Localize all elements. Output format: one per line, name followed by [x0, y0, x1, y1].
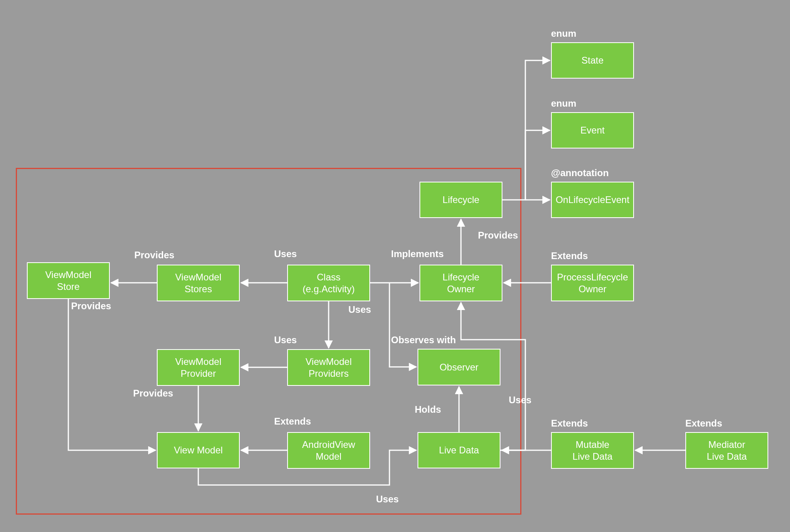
edge-label: Extends	[274, 416, 311, 427]
node-processOwner: ProcessLifecycleOwner	[551, 265, 634, 301]
node-lifecycle: Lifecycle	[419, 182, 502, 218]
edge-label: Provides	[133, 388, 173, 399]
node-event: Event	[551, 112, 634, 149]
node-liveData: Live Data	[418, 432, 500, 468]
node-viewModel: View Model	[157, 432, 240, 468]
node-vmProvider: ViewModelProvider	[157, 349, 240, 386]
node-caption: Extends	[685, 418, 722, 429]
node-onLifecycle: OnLifecycleEvent	[551, 182, 634, 218]
node-mutableLive: MutableLive Data	[551, 432, 634, 469]
node-caption: Extends	[551, 418, 588, 429]
node-state: State	[551, 42, 634, 79]
edge-label: Provides	[478, 230, 518, 241]
edge-label: Uses	[376, 494, 399, 505]
node-observer: Observer	[418, 349, 500, 385]
edge-label: Provides	[134, 250, 174, 261]
edge-label: Observes with	[391, 335, 456, 346]
node-vmStore: ViewModelStore	[27, 262, 110, 299]
node-class: Class(e.g.Activity)	[287, 265, 370, 301]
edge-label: Holds	[415, 404, 441, 415]
edge-label: Implements	[391, 248, 444, 259]
node-mediatorLive: MediatorLive Data	[685, 432, 768, 469]
node-lifecycleOwner: LifecycleOwner	[419, 265, 502, 301]
node-caption: enum	[551, 98, 576, 109]
node-vmProviders: ViewModelProviders	[287, 349, 370, 386]
edge-label: Uses	[274, 248, 297, 259]
edge-label: Uses	[509, 395, 531, 406]
node-vmStores: ViewModelStores	[157, 265, 240, 301]
edge-label: Provides	[71, 301, 111, 312]
edge-label: Uses	[348, 304, 371, 315]
node-caption: @annotation	[551, 167, 609, 179]
node-caption: Extends	[551, 250, 588, 261]
node-androidVM: AndroidViewModel	[287, 432, 370, 469]
edge-label: Uses	[274, 335, 297, 346]
node-caption: enum	[551, 28, 576, 39]
